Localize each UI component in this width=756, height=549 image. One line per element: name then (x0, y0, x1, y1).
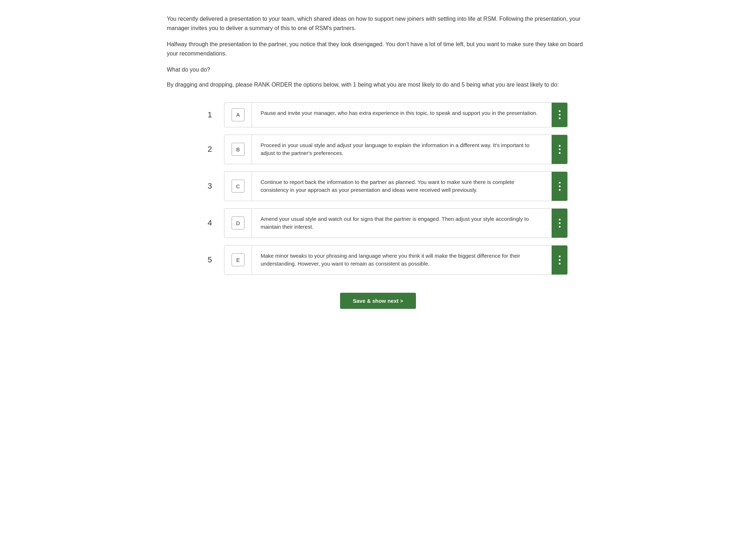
rank-letter: D (232, 217, 244, 229)
drag-handle[interactable] (552, 103, 567, 127)
rank-card: C Continue to report back the informatio… (224, 171, 568, 201)
save-show-next-button[interactable]: Save & show next > (340, 293, 416, 309)
rank-list: 1 A Pause and invite your manager, who h… (203, 102, 568, 275)
rank-item[interactable]: 3 C Continue to report back the informat… (203, 171, 568, 201)
drag-dots-icon (559, 110, 561, 119)
rank-letter: B (232, 143, 244, 156)
rank-item[interactable]: 1 A Pause and invite your manager, who h… (203, 102, 568, 127)
rank-letter: E (232, 253, 244, 266)
rank-number: 2 (203, 145, 217, 154)
rank-card: B Proceed in your usual style and adjust… (224, 135, 568, 164)
rank-letter-box: D (224, 209, 252, 238)
rank-text: Make minor tweaks to your phrasing and l… (252, 246, 552, 274)
drag-dots-icon (559, 145, 561, 154)
rank-letter: A (232, 108, 244, 121)
rank-item[interactable]: 4 D Amend your usual style and watch out… (203, 208, 568, 238)
rank-text: Amend your usual style and watch out for… (252, 209, 552, 238)
rank-letter-box: A (224, 103, 252, 127)
drag-handle[interactable] (552, 209, 567, 238)
rank-letter-box: C (224, 172, 252, 201)
drag-dots-icon (559, 256, 561, 264)
rank-item[interactable]: 2 B Proceed in your usual style and adju… (203, 135, 568, 164)
rank-text: Continue to report back the information … (252, 172, 552, 201)
rank-number: 3 (203, 181, 217, 191)
rank-number: 1 (203, 110, 217, 120)
intro-paragraph-1: You recently delivered a presentation to… (167, 14, 589, 33)
drag-dots-icon (559, 182, 561, 191)
rank-item[interactable]: 5 E Make minor tweaks to your phrasing a… (203, 245, 568, 275)
rank-text: Pause and invite your manager, who has e… (252, 103, 552, 127)
rank-letter-box: B (224, 135, 252, 164)
drag-handle[interactable] (552, 172, 567, 201)
rank-card: E Make minor tweaks to your phrasing and… (224, 245, 568, 275)
rank-number: 4 (203, 218, 217, 228)
intro-paragraph-2: Halfway through the presentation to the … (167, 40, 589, 58)
rank-card: A Pause and invite your manager, who has… (224, 102, 568, 127)
drag-handle[interactable] (552, 246, 567, 274)
rank-text: Proceed in your usual style and adjust y… (252, 135, 552, 164)
rank-letter: C (232, 180, 244, 193)
drag-handle[interactable] (552, 135, 567, 164)
rank-number: 5 (203, 255, 217, 264)
rank-letter-box: E (224, 246, 252, 274)
rank-card: D Amend your usual style and watch out f… (224, 208, 568, 238)
question-text: What do you do? (167, 65, 589, 74)
drag-dots-icon (559, 219, 561, 228)
rank-instruction: By dragging and dropping, please RANK OR… (167, 80, 589, 89)
